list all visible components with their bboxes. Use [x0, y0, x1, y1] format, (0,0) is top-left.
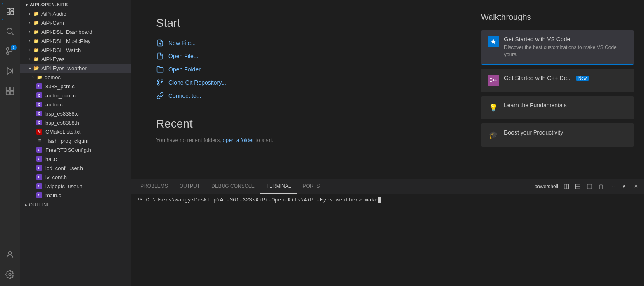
- sidebar-file-audio[interactable]: › C audio.c: [20, 100, 131, 109]
- file-label: audio_pcm.c: [45, 92, 76, 99]
- sidebar-file-bsp-es8388-h[interactable]: › C bsp_es8388.h: [20, 118, 131, 127]
- recent-empty-label: You have no recent folders,: [156, 137, 221, 143]
- connect-action[interactable]: Connect to...: [156, 91, 446, 101]
- recent-section: Recent You have no recent folders, open …: [156, 117, 446, 143]
- sidebar-file-audio-pcm[interactable]: › C audio_pcm.c: [20, 91, 131, 100]
- svg-rect-1: [11, 8, 14, 10]
- tab-debug-console[interactable]: DEBUG CONSOLE: [206, 179, 260, 194]
- svg-rect-2: [7, 13, 10, 15]
- file-label: flash_prog_cfg.ini: [46, 138, 88, 144]
- new-file-action[interactable]: New File...: [156, 38, 446, 48]
- recent-title: Recent: [156, 117, 446, 130]
- run-icon[interactable]: [2, 63, 18, 79]
- sidebar-file-lv-conf[interactable]: › C lv_conf.h: [20, 173, 131, 182]
- collapse-panel-button[interactable]: ∧: [619, 182, 629, 191]
- search-icon[interactable]: [2, 23, 18, 40]
- folder-label: AiPi-Eyes: [41, 56, 64, 62]
- activity-bar: 2: [0, 0, 20, 286]
- settings-icon[interactable]: [2, 266, 18, 283]
- maximize-panel-button[interactable]: [585, 182, 594, 191]
- clone-label: Clone Git Repository...: [168, 79, 226, 86]
- terminal-name[interactable]: powershell: [533, 184, 560, 189]
- open-file-action[interactable]: Open File...: [156, 51, 446, 61]
- svg-point-4: [7, 28, 12, 34]
- extensions-icon[interactable]: [2, 83, 18, 99]
- walkthrough-card-content: Get Started with VS Code Discover the be…: [504, 36, 627, 58]
- sidebar-file-cmakelists[interactable]: › M CMakeLists.txt: [20, 127, 131, 136]
- tab-output[interactable]: OUTPUT: [174, 179, 206, 194]
- sidebar: ▾ AIPI-OPEN-KITS › 📁 AiPi-Audio › 📁 AiPi…: [20, 0, 131, 286]
- sidebar-file-8388-pcm[interactable]: › C 8388_pcm.c: [20, 82, 131, 91]
- m-file-icon: M: [36, 129, 42, 135]
- sidebar-root-folder[interactable]: ▾ AIPI-OPEN-KITS: [20, 0, 131, 9]
- clone-repo-action[interactable]: Clone Git Repository...: [156, 78, 446, 87]
- kill-terminal-button[interactable]: [596, 182, 606, 191]
- account-icon[interactable]: [2, 246, 18, 263]
- walkthrough-card-title: Get Started with C++ De... New: [504, 75, 627, 81]
- walkthrough-card-content: Boost your Productivity: [504, 129, 627, 137]
- productivity-icon: 🎓: [488, 129, 499, 141]
- close-panel-button[interactable]: ✕: [631, 182, 641, 191]
- sidebar-item-aipi-dsl-musicplay[interactable]: › 📁 AiPi-DSL_MusicPlay: [20, 36, 131, 45]
- sidebar-item-aipi-eyes-weather[interactable]: ▾ 📂 AiPi-Eyes_weather: [20, 64, 131, 73]
- more-actions-button[interactable]: ···: [608, 182, 618, 191]
- folder-icon: 📁: [33, 28, 40, 35]
- new-file-label: New File...: [168, 40, 196, 46]
- sidebar-item-aipi-dsl-dashboard[interactable]: › 📁 AiPi-DSL_Dashboard: [20, 27, 131, 36]
- open-file-label: Open File...: [168, 53, 198, 59]
- walkthrough-card-fundamentals[interactable]: 💡 Learn the Fundamentals: [481, 96, 634, 119]
- cpp-icon: C++: [488, 75, 499, 86]
- folder-arrow: ›: [26, 38, 33, 44]
- root-label: AIPI-OPEN-KITS: [30, 2, 68, 7]
- open-folder-action[interactable]: Open Folder...: [156, 64, 446, 74]
- explorer-icon[interactable]: [2, 3, 18, 20]
- folder-icon: 📁: [33, 56, 40, 62]
- c-file-icon: C: [36, 102, 42, 107]
- folder-icon: 📁: [33, 47, 40, 53]
- split-terminal-button[interactable]: [561, 182, 571, 191]
- folder-icon: 📁: [33, 19, 40, 26]
- c-file-icon: C: [36, 111, 42, 116]
- terminal-cursor: [378, 197, 381, 203]
- open-folder-link[interactable]: open a folder: [223, 137, 254, 143]
- sidebar-file-flash-prog[interactable]: › ≡ flash_prog_cfg.ini: [20, 136, 131, 145]
- sidebar-item-aipi-dsl-watch[interactable]: › 📁 AiPi-DSL_Watch: [20, 45, 131, 54]
- sidebar-item-demos[interactable]: › 📁 demos: [20, 73, 131, 82]
- start-title: Start: [156, 17, 446, 30]
- connect-label: Connect to...: [168, 92, 201, 99]
- root-arrow: ▾: [23, 1, 30, 8]
- sidebar-file-hal[interactable]: › C hal.c: [20, 154, 131, 163]
- terminal-body[interactable]: PS C:\Users\wangy\Desktop\Ai-M61-32S\AiP…: [131, 194, 644, 286]
- folder-arrow: ›: [26, 10, 33, 17]
- recent-empty-text: You have no recent folders, open a folde…: [156, 137, 446, 143]
- file-label: audio.c: [45, 102, 63, 108]
- open-folder-label: Open Folder...: [168, 66, 205, 73]
- folder-label: AiPi-DSL_Dashboard: [41, 29, 92, 35]
- layout-toggle-button[interactable]: [573, 182, 583, 191]
- file-label: bsp_es8388.h: [45, 120, 79, 126]
- c-file-icon: C: [36, 165, 42, 171]
- start-section: Start New File...: [131, 0, 471, 179]
- source-control-icon[interactable]: 2: [2, 43, 18, 59]
- file-label: hal.c: [45, 156, 57, 162]
- svg-rect-0: [7, 8, 10, 12]
- welcome-area: Start New File...: [131, 0, 644, 179]
- sidebar-file-main[interactable]: › C main.c: [20, 191, 131, 200]
- walkthrough-card-desc: Discover the best customizations to make…: [504, 44, 627, 58]
- tab-terminal[interactable]: TERMINAL: [260, 179, 297, 194]
- sidebar-item-aipi-cam[interactable]: › 📁 AiPi-Cam: [20, 18, 131, 27]
- sidebar-file-lwipopts[interactable]: › C lwipopts_user.h: [20, 182, 131, 191]
- walkthrough-card-cpp[interactable]: C++ Get Started with C++ De... New: [481, 69, 634, 92]
- file-label: FreeRTOSConfig.h: [45, 147, 91, 153]
- sidebar-file-lcd-conf[interactable]: › C lcd_conf_user.h: [20, 163, 131, 173]
- walkthrough-card-get-started[interactable]: ★ Get Started with VS Code Discover the …: [481, 30, 634, 65]
- sidebar-file-freertos[interactable]: › C FreeRTOSConfig.h: [20, 145, 131, 154]
- tab-problems[interactable]: PROBLEMS: [135, 179, 174, 194]
- sidebar-item-aipi-audio[interactable]: › 📁 AiPi-Audio: [20, 9, 131, 18]
- tab-ports[interactable]: PORTS: [297, 179, 325, 194]
- sidebar-file-bsp-es8388-c[interactable]: › C bsp_es8388.c: [20, 109, 131, 118]
- svg-rect-13: [10, 87, 14, 90]
- walkthrough-card-productivity[interactable]: 🎓 Boost your Productivity: [481, 123, 634, 147]
- main-content: Start New File...: [131, 0, 644, 286]
- sidebar-item-aipi-eyes[interactable]: › 📁 AiPi-Eyes: [20, 54, 131, 64]
